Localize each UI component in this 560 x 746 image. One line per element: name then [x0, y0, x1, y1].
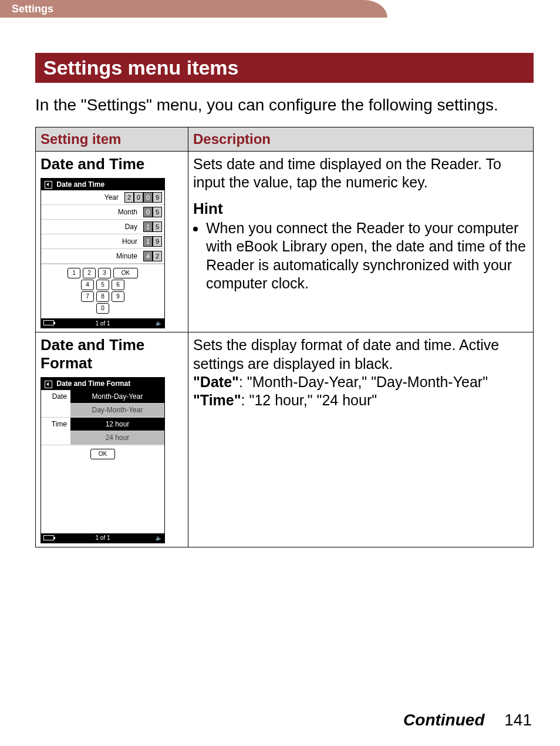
page-content: Settings menu items In the "Settings" me…	[0, 18, 560, 547]
keypad-key: 3	[98, 268, 111, 278]
mini-label: Month	[118, 208, 137, 216]
mini-inputs: Year 2 0 0 9 Month	[41, 190, 164, 264]
mini-row-hour: Hour 1 9	[41, 234, 164, 249]
section-tab: Settings	[0, 0, 364, 18]
table-header-row: Setting item Description	[36, 127, 534, 152]
keypad-key: 9	[112, 291, 124, 302]
digit-cell: 0	[143, 207, 153, 217]
cell-desc: Sets date and time displayed on the Read…	[188, 152, 534, 332]
page-footer: Continued 141	[403, 711, 532, 730]
mini-label: Day	[125, 223, 137, 231]
mini-keypad: 1 2 3 OK 4 5 6 7	[41, 264, 164, 318]
keypad-key: 6	[112, 280, 124, 290]
keypad-key: 1	[68, 268, 80, 278]
digit-cell: 4	[143, 251, 153, 261]
settings-table: Setting item Description Date and Time D…	[35, 127, 534, 547]
mini-title-bar: Date and Time Format	[41, 378, 164, 389]
battery-icon	[43, 320, 54, 325]
mini-row-day: Day 1 5	[41, 220, 164, 234]
col-header-desc: Description	[188, 127, 534, 152]
continued-label: Continued	[403, 711, 484, 729]
option-active: 12 hour	[70, 418, 164, 431]
mini-title-text: Date and Time	[56, 180, 104, 189]
cell-desc: Sets the display format of date and time…	[188, 332, 534, 547]
keypad-key: 5	[96, 280, 109, 290]
mini-label: Time	[41, 418, 70, 428]
ok-button: OK	[90, 449, 115, 459]
mini-title-text: Date and Time Format	[56, 379, 130, 388]
digit-cell: 1	[143, 221, 153, 232]
back-icon	[45, 381, 52, 388]
digit-cell: 0	[143, 192, 153, 203]
back-icon	[45, 181, 52, 189]
keypad-key: 0	[96, 303, 109, 314]
hint-bullet: When you connect the Reader to your comp…	[206, 219, 528, 293]
keypad-key: 4	[81, 280, 94, 290]
option-inactive: Day-Month-Year	[70, 404, 164, 417]
mini-blank-area	[41, 463, 164, 533]
intro-text: In the "Settings" menu, you can configur…	[35, 95, 534, 115]
page-number: 141	[504, 711, 532, 729]
cell-item: Date and Time Date and Time Year 2 0	[36, 152, 188, 332]
mini-label: Hour	[122, 237, 137, 246]
keypad-ok: OK	[113, 268, 138, 278]
digit-cell: 2	[124, 192, 134, 203]
mini-label: Minute	[116, 252, 137, 260]
mini-date-row: Date Month-Day-Year Day-Month-Year	[41, 390, 164, 418]
desc-text: Sets the display format of date and time…	[193, 337, 499, 371]
keypad-key: 7	[81, 291, 94, 302]
mini-page-indicator: 1 of 1	[95, 535, 110, 541]
date-label-bold: "Date"	[193, 374, 239, 390]
hint-label: Hint	[193, 199, 528, 219]
digit-cell: 1	[143, 236, 153, 247]
mini-page-indicator: 1 of 1	[95, 320, 110, 327]
mini-label: Date	[41, 390, 70, 401]
mini-label: Year	[104, 193, 119, 201]
mini-row-month: Month 0 5	[41, 205, 164, 220]
keypad-key: 8	[96, 291, 109, 302]
keypad-key: 2	[83, 268, 96, 278]
section-title: Settings menu items	[35, 53, 534, 83]
digit-cell: 9	[153, 192, 162, 203]
mini-screenshot-date-time: Date and Time Year 2 0 0 9	[41, 178, 165, 328]
mini-row-year: Year 2 0 0 9	[41, 190, 164, 205]
table-row: Date and Time Format Date and Time Forma…	[36, 332, 534, 547]
hint-list: When you connect the Reader to your comp…	[193, 219, 528, 293]
setting-item-title: Date and Time Format	[41, 336, 183, 372]
battery-icon	[43, 535, 54, 540]
manual-page: Settings Settings menu items In the "Set…	[0, 0, 560, 746]
mini-footer: 1 of 1 🔈	[41, 533, 164, 543]
digit-cell: 2	[153, 251, 162, 261]
header-tab-bar: Settings	[0, 0, 560, 18]
cell-item: Date and Time Format Date and Time Forma…	[36, 332, 188, 547]
mini-title-bar: Date and Time	[41, 179, 164, 190]
col-header-item: Setting item	[36, 127, 188, 152]
digit-cell: 5	[153, 207, 162, 217]
mini-row-minute: Minute 4 2	[41, 249, 164, 264]
digit-cell: 0	[134, 192, 143, 203]
speaker-icon: 🔈	[156, 320, 162, 326]
speaker-icon: 🔈	[156, 535, 162, 541]
mini-time-row: Time 12 hour 24 hour	[41, 418, 164, 445]
table-row: Date and Time Date and Time Year 2 0	[36, 152, 534, 332]
digit-cell: 9	[153, 236, 162, 247]
digit-cell: 5	[153, 221, 162, 232]
mini-footer: 1 of 1 🔈	[41, 318, 164, 328]
option-active: Month-Day-Year	[70, 390, 164, 404]
mini-screenshot-date-time-format: Date and Time Format Date Month-Day-Year…	[41, 377, 165, 543]
setting-item-title: Date and Time	[41, 155, 183, 173]
option-inactive: 24 hour	[70, 431, 164, 445]
time-options-text: : "12 hour," "24 hour"	[241, 392, 377, 408]
desc-text: Sets date and time displayed on the Read…	[193, 156, 501, 190]
date-options-text: : "Month-Day-Year," "Day-Month-Year"	[239, 374, 488, 390]
time-label-bold: "Time"	[193, 392, 241, 408]
